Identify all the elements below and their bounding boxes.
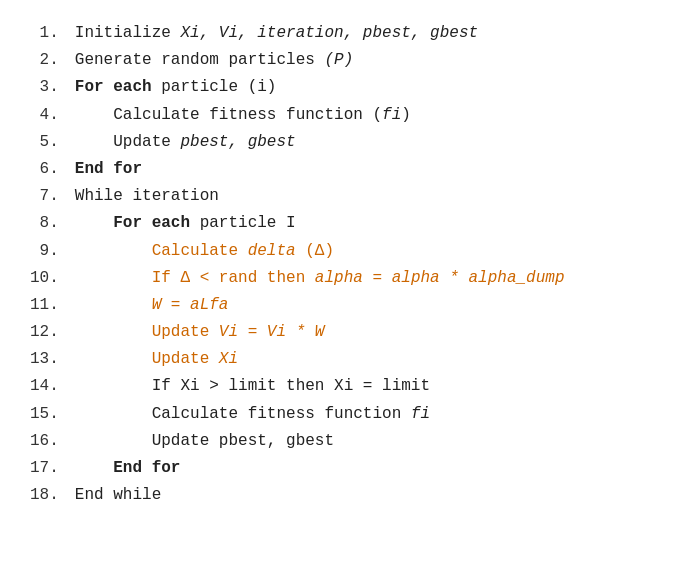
code-segment: pbest, gbest <box>180 133 295 151</box>
code-segment: End for <box>113 459 180 477</box>
code-segment: Vi = Vi * W <box>219 323 325 341</box>
line-content: For each particle I <box>75 210 655 237</box>
code-line: 1.Initialize Xi, Vi, iteration, pbest, g… <box>30 20 655 47</box>
code-segment: particle (i) <box>152 78 277 96</box>
code-segment: Xi <box>219 350 238 368</box>
line-number: 18. <box>30 482 75 509</box>
code-segment: If Δ < rand then <box>75 269 315 287</box>
code-segment: For <box>113 214 151 232</box>
line-number: 15. <box>30 401 75 428</box>
line-content: End for <box>75 455 655 482</box>
line-content: Update Xi <box>75 346 655 373</box>
code-segment: alpha = alpha * alpha_dump <box>315 269 565 287</box>
code-line: 12. Update Vi = Vi * W <box>30 319 655 346</box>
line-content: Update pbest, gbest <box>75 428 655 455</box>
code-segment: Update <box>75 133 181 151</box>
code-line: 8. For each particle I <box>30 210 655 237</box>
code-segment: fi <box>382 106 401 124</box>
line-number: 1. <box>30 20 75 47</box>
code-segment: For <box>75 78 113 96</box>
line-number: 4. <box>30 102 75 129</box>
code-segment: Calculate fitness function ( <box>75 106 382 124</box>
line-number: 5. <box>30 129 75 156</box>
code-line: 14. If Xi > limit then Xi = limit <box>30 373 655 400</box>
code-segment: Update <box>75 350 219 368</box>
code-segment: delta <box>248 242 296 260</box>
code-segment: Update <box>75 323 219 341</box>
line-number: 17. <box>30 455 75 482</box>
code-line: 5. Update pbest, gbest <box>30 129 655 156</box>
code-segment: Generate random particles <box>75 51 325 69</box>
line-content: Update Vi = Vi * W <box>75 319 655 346</box>
code-segment: particle I <box>190 214 296 232</box>
line-number: 9. <box>30 238 75 265</box>
code-segment: Update pbest, gbest <box>75 432 334 450</box>
code-line: 4. Calculate fitness function (fi) <box>30 102 655 129</box>
code-segment <box>75 214 113 232</box>
code-line: 11. W = aLfa <box>30 292 655 319</box>
line-content: If Xi > limit then Xi = limit <box>75 373 655 400</box>
code-segment: Xi, Vi, iteration, pbest, gbest <box>180 24 478 42</box>
line-number: 13. <box>30 346 75 373</box>
line-content: Update pbest, gbest <box>75 129 655 156</box>
line-content: Calculate fitness function (fi) <box>75 102 655 129</box>
code-segment: each <box>152 214 190 232</box>
code-line: 15. Calculate fitness function fi <box>30 401 655 428</box>
code-segment: fi <box>411 405 430 423</box>
code-line: 6.End for <box>30 156 655 183</box>
code-segment: Calculate <box>75 242 248 260</box>
code-line: 16. Update pbest, gbest <box>30 428 655 455</box>
line-number: 10. <box>30 265 75 292</box>
line-content: Calculate fitness function fi <box>75 401 655 428</box>
line-number: 11. <box>30 292 75 319</box>
code-line: 17. End for <box>30 455 655 482</box>
line-number: 16. <box>30 428 75 455</box>
code-line: 3.For each particle (i) <box>30 74 655 101</box>
code-segment: each <box>113 78 151 96</box>
code-line: 7.While iteration <box>30 183 655 210</box>
line-content: If Δ < rand then alpha = alpha * alpha_d… <box>75 265 655 292</box>
code-line: 13. Update Xi <box>30 346 655 373</box>
code-segment: W = aLfa <box>152 296 229 314</box>
code-segment: If Xi > limit then Xi = limit <box>75 377 430 395</box>
code-line: 9. Calculate delta (Δ) <box>30 238 655 265</box>
line-number: 8. <box>30 210 75 237</box>
line-number: 12. <box>30 319 75 346</box>
line-content: End for <box>75 156 655 183</box>
line-content: For each particle (i) <box>75 74 655 101</box>
code-block: 1.Initialize Xi, Vi, iteration, pbest, g… <box>30 20 655 509</box>
code-line: 18.End while <box>30 482 655 509</box>
code-segment: (P) <box>324 51 353 69</box>
line-content: End while <box>75 482 655 509</box>
line-content: Generate random particles (P) <box>75 47 655 74</box>
code-line: 2.Generate random particles (P) <box>30 47 655 74</box>
line-content: Initialize Xi, Vi, iteration, pbest, gbe… <box>75 20 655 47</box>
code-segment: While iteration <box>75 187 219 205</box>
line-number: 14. <box>30 373 75 400</box>
code-segment: End while <box>75 486 161 504</box>
code-line: 10. If Δ < rand then alpha = alpha * alp… <box>30 265 655 292</box>
line-number: 7. <box>30 183 75 210</box>
code-segment: End for <box>75 160 142 178</box>
code-segment <box>75 459 113 477</box>
line-number: 3. <box>30 74 75 101</box>
line-number: 2. <box>30 47 75 74</box>
code-segment: ) <box>401 106 411 124</box>
line-number: 6. <box>30 156 75 183</box>
code-segment: Calculate fitness function <box>75 405 411 423</box>
line-content: While iteration <box>75 183 655 210</box>
code-segment <box>75 296 152 314</box>
code-segment: (Δ) <box>296 242 334 260</box>
line-content: W = aLfa <box>75 292 655 319</box>
code-segment: Initialize <box>75 24 181 42</box>
line-content: Calculate delta (Δ) <box>75 238 655 265</box>
